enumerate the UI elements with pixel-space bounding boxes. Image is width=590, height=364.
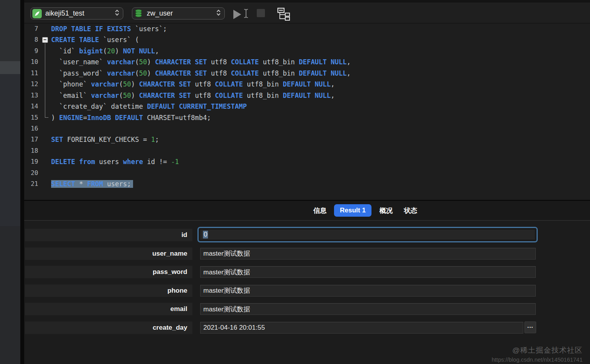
line-number: 9 bbox=[24, 46, 38, 57]
play-icon bbox=[233, 10, 241, 19]
line-number: 16 bbox=[24, 123, 38, 134]
code-fold-toggle[interactable]: − bbox=[42, 37, 48, 43]
line-number: 7 bbox=[24, 23, 38, 34]
user_name-input[interactable]: master测试数据 bbox=[200, 248, 536, 260]
field-label-user_name: user_name bbox=[25, 247, 192, 260]
text-cursor-icon bbox=[243, 8, 249, 20]
form-row-email: emailmaster测试数据 bbox=[24, 303, 590, 318]
code-line[interactable]: 10 `user_name` varchar(50) CHARACTER SET… bbox=[24, 57, 590, 67]
code-line[interactable]: 13 `email` varchar(50) CHARACTER SET utf… bbox=[24, 90, 590, 101]
code-line[interactable]: 15) ENGINE=InnoDB DEFAULT CHARSET=utf8mb… bbox=[24, 112, 590, 123]
line-number: 14 bbox=[24, 101, 38, 112]
strip-band bbox=[0, 0, 20, 61]
watermark: @稀土掘金技术社区 https://blog.csdn.net/nlx14501… bbox=[492, 345, 583, 363]
line-number: 20 bbox=[24, 168, 38, 178]
screen: aikeji51_test zw_user bbox=[0, 0, 590, 364]
ellipsis-button[interactable]: ... bbox=[524, 322, 536, 333]
record-form: @稀土掘金技术社区 https://blog.csdn.net/nlx14501… bbox=[24, 221, 590, 364]
form-row-phone: phonemaster测试数据 bbox=[24, 284, 590, 300]
form-row-create_day: create_day2021-04-16 20:01:55... bbox=[24, 322, 590, 337]
tab-信息[interactable]: 信息 bbox=[313, 206, 327, 215]
explain-button[interactable] bbox=[277, 7, 290, 22]
line-number: 18 bbox=[24, 145, 38, 156]
line-number: 11 bbox=[24, 68, 38, 79]
code-line[interactable]: 9 `id` bigint(20) NOT NULL, bbox=[24, 46, 590, 57]
watermark-url: https://blog.csdn.net/nlx1450161741 bbox=[492, 357, 583, 363]
line-number: 15 bbox=[24, 112, 38, 123]
field-label-phone: phone bbox=[25, 284, 192, 297]
create_day-input[interactable]: 2021-04-16 20:01:55 bbox=[200, 322, 523, 334]
code-area[interactable]: 7DROP TABLE IF EXISTS `users`;8CREATE TA… bbox=[24, 23, 590, 190]
sql-editor[interactable]: 7DROP TABLE IF EXISTS `users`;8CREATE TA… bbox=[24, 23, 590, 200]
selected-value: 0 bbox=[203, 231, 208, 239]
code-line[interactable]: 17SET FOREIGN_KEY_CHECKS = 1; bbox=[24, 134, 590, 145]
line-number: 17 bbox=[24, 134, 38, 145]
strip-highlight-row bbox=[0, 61, 20, 74]
connection-select[interactable]: aikeji51_test bbox=[30, 7, 123, 19]
code-line[interactable]: 20 bbox=[24, 168, 590, 178]
chevron-updown-icon bbox=[115, 9, 119, 18]
fold-guide-line bbox=[45, 43, 45, 118]
field-label-email: email bbox=[25, 303, 192, 315]
code-line[interactable]: 8CREATE TABLE `users` ( bbox=[24, 34, 590, 45]
connection-select-value: aikeji51_test bbox=[42, 9, 115, 18]
line-number: 19 bbox=[24, 156, 38, 167]
tab-group: 信息Result 1概况状态 bbox=[313, 201, 425, 220]
form-row-user_name: user_namemaster测试数据 bbox=[24, 247, 590, 263]
stop-button[interactable] bbox=[257, 9, 265, 17]
tab-状态[interactable]: 状态 bbox=[404, 206, 417, 215]
strip-band bbox=[0, 74, 20, 226]
id-input[interactable]: 0 bbox=[200, 229, 535, 240]
field-label-pass_word: pass_word bbox=[25, 266, 192, 278]
toolbar: aikeji51_test zw_user bbox=[24, 4, 590, 23]
code-line[interactable]: 11 `pass_word` varchar(50) CHARACTER SET… bbox=[24, 68, 590, 79]
chevron-updown-icon bbox=[216, 9, 221, 18]
line-number: 10 bbox=[24, 57, 38, 67]
tab-概况[interactable]: 概况 bbox=[379, 206, 393, 215]
pass_word-input[interactable]: master测试数据 bbox=[200, 266, 536, 278]
watermark-community: @稀土掘金技术社区 bbox=[492, 345, 583, 355]
line-number: 12 bbox=[24, 79, 38, 90]
line-number: 21 bbox=[24, 178, 38, 189]
code-line[interactable]: 18 bbox=[24, 145, 590, 156]
app-window: aikeji51_test zw_user bbox=[24, 0, 590, 364]
code-line[interactable]: 19DELETE from users where id != -1 bbox=[24, 156, 590, 167]
window-chrome-top bbox=[24, 0, 590, 3]
form-row-pass_word: pass_wordmaster测试数据 bbox=[24, 266, 590, 281]
code-line[interactable]: 7DROP TABLE IF EXISTS `users`; bbox=[24, 23, 590, 34]
explain-plan-tree-icon bbox=[277, 7, 290, 22]
field-label-id: id bbox=[25, 229, 192, 241]
navicat-connection-icon bbox=[32, 9, 42, 18]
line-number: 13 bbox=[24, 90, 38, 101]
database-icon bbox=[134, 9, 143, 18]
code-line[interactable]: 14 `create_day` datetime DEFAULT CURRENT… bbox=[24, 101, 590, 112]
background-window-strip bbox=[0, 0, 20, 364]
selected-text: SELECT * FROM users; bbox=[51, 180, 133, 188]
focus-ring: 0 bbox=[197, 227, 538, 242]
fold-guide-foot bbox=[45, 117, 48, 118]
field-label-create_day: create_day bbox=[25, 322, 192, 334]
code-line[interactable]: 21SELECT * FROM users; bbox=[24, 178, 590, 189]
database-select-value: zw_user bbox=[143, 9, 216, 18]
strip-band bbox=[0, 226, 20, 364]
result-tabbar: 信息Result 1概况状态 bbox=[24, 200, 590, 221]
form-row-id: id0 bbox=[24, 229, 590, 244]
email-input[interactable]: master测试数据 bbox=[200, 303, 536, 315]
stop-icon bbox=[257, 9, 265, 17]
line-number: 8 bbox=[24, 34, 38, 45]
tab-result-1[interactable]: Result 1 bbox=[334, 204, 371, 217]
code-line[interactable]: 12 `phone` varchar(50) CHARACTER SET utf… bbox=[24, 79, 590, 90]
database-select[interactable]: zw_user bbox=[132, 7, 225, 19]
window-gap bbox=[20, 0, 24, 364]
code-line[interactable]: 16 bbox=[24, 123, 590, 134]
run-button[interactable] bbox=[233, 8, 249, 20]
phone-input[interactable]: master测试数据 bbox=[200, 285, 536, 297]
